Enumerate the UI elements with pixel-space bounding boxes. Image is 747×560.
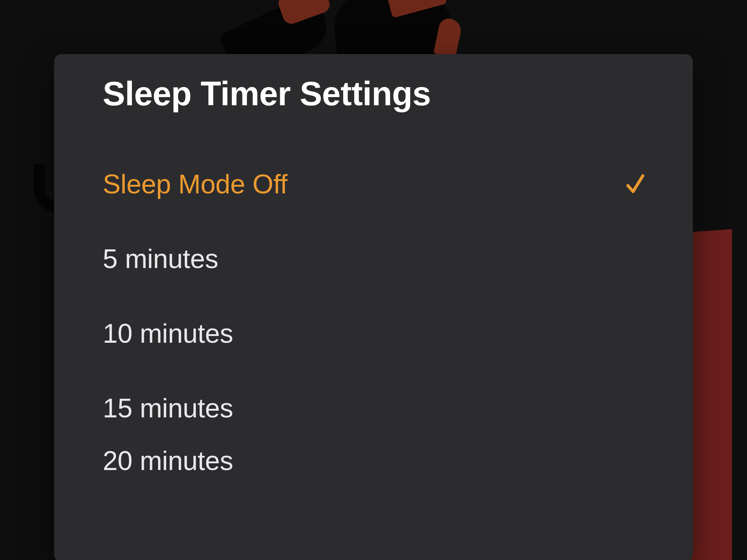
- dialog-title: Sleep Timer Settings: [103, 75, 644, 113]
- sleep-timer-dialog: Sleep Timer Settings Sleep Mode Off 5 mi…: [54, 54, 693, 560]
- option-5-minutes[interactable]: 5 minutes: [103, 221, 644, 296]
- option-15-minutes[interactable]: 15 minutes: [103, 371, 644, 445]
- option-20-minutes[interactable]: 20 minutes: [103, 445, 644, 475]
- check-icon: [626, 172, 644, 196]
- option-label: 20 minutes: [103, 445, 233, 475]
- option-label: 15 minutes: [103, 393, 233, 423]
- option-label: 10 minutes: [103, 318, 233, 349]
- option-label: 5 minutes: [103, 243, 218, 274]
- option-label: Sleep Mode Off: [103, 169, 288, 199]
- option-10-minutes[interactable]: 10 minutes: [103, 296, 644, 371]
- option-sleep-mode-off[interactable]: Sleep Mode Off: [103, 147, 644, 221]
